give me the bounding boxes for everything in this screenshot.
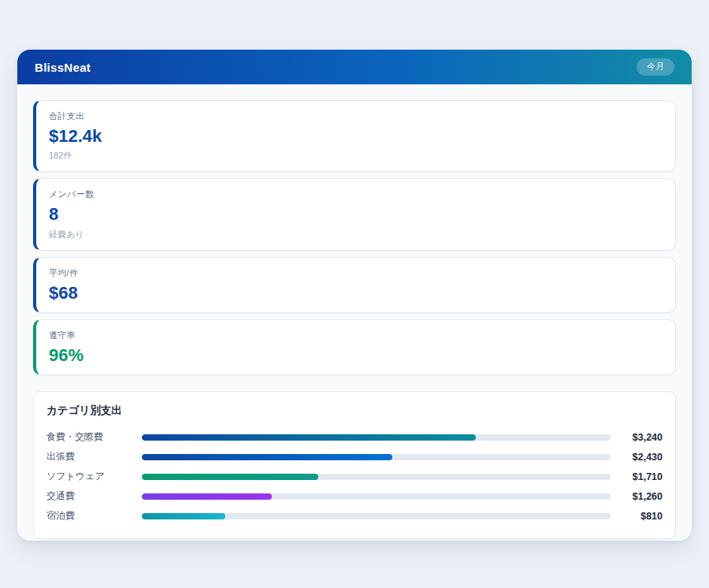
stat-card-compliance-rate: 遵守率 96% <box>33 319 676 375</box>
stat-label: 遵守率 <box>49 329 661 341</box>
category-label: 食費・交際費 <box>46 430 142 444</box>
stat-sub: 経費あり <box>49 229 661 240</box>
bar-fill <box>142 474 318 480</box>
bar-track <box>142 474 611 480</box>
category-label: 宿泊費 <box>46 509 142 523</box>
category-label: 出張費 <box>46 450 142 463</box>
bar-fill <box>142 493 272 500</box>
category-row: 交通費 $1,260 <box>46 486 663 506</box>
bar-track <box>142 513 611 519</box>
bar-fill <box>142 454 392 460</box>
bar-fill <box>142 434 476 441</box>
category-value: $1,260 <box>611 491 663 502</box>
stat-value: 8 <box>49 204 661 224</box>
app-title: BlissNeat <box>35 61 91 74</box>
category-spend-title: カテゴリ別支出 <box>46 404 663 418</box>
stat-label: 平均/件 <box>49 267 661 279</box>
category-label: 交通費 <box>46 489 142 503</box>
stat-value: $68 <box>49 283 661 303</box>
stat-value: $12.4k <box>49 126 661 146</box>
category-row: 食費・交際費 $3,240 <box>46 427 663 447</box>
category-value: $2,430 <box>611 452 663 463</box>
category-label: ソフトウェア <box>46 470 142 483</box>
category-value: $1,710 <box>611 471 663 482</box>
category-row: ソフトウェア $1,710 <box>46 467 663 486</box>
period-badge[interactable]: 今月 <box>637 58 674 75</box>
stat-card-average-per-item: 平均/件 $68 <box>33 257 676 313</box>
category-spend-card: カテゴリ別支出 食費・交際費 $3,240 出張費 $2,430 ソフトウェア … <box>33 391 676 539</box>
stat-card-total-spend: 合計支出 $12.4k 182件 <box>33 100 676 172</box>
stat-card-member-count: メンバー数 8 経費あり <box>33 178 676 250</box>
bar-track <box>142 493 611 500</box>
category-value: $810 <box>611 511 663 522</box>
app-window: BlissNeat 今月 合計支出 $12.4k 182件 メンバー数 8 経費… <box>17 50 692 541</box>
stat-sub: 182件 <box>49 150 661 162</box>
stat-label: メンバー数 <box>49 188 661 200</box>
category-row: 出張費 $2,430 <box>46 447 663 467</box>
stat-label: 合計支出 <box>49 110 661 122</box>
category-rows: 食費・交際費 $3,240 出張費 $2,430 ソフトウェア $1,710 交… <box>46 427 663 526</box>
category-value: $3,240 <box>611 432 663 443</box>
bar-fill <box>142 513 225 519</box>
main-content: 合計支出 $12.4k 182件 メンバー数 8 経費あり 平均/件 $68 遵… <box>17 84 692 541</box>
bar-track <box>142 454 611 460</box>
stat-value: 96% <box>49 345 661 365</box>
app-header: BlissNeat 今月 <box>17 50 692 84</box>
category-row: 宿泊費 $810 <box>46 506 663 526</box>
bar-track <box>142 434 611 441</box>
